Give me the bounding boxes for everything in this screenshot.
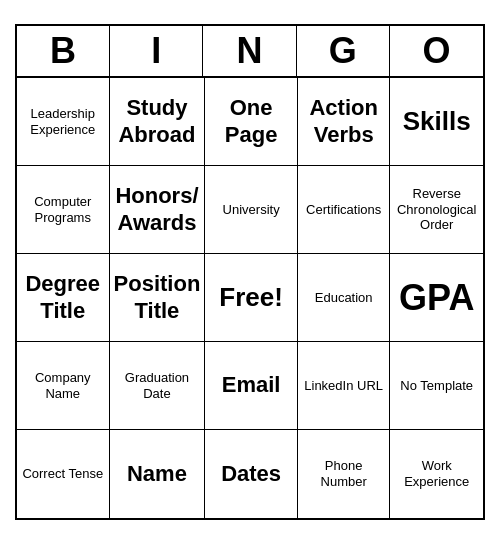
bingo-cell: Correct Tense (17, 430, 110, 518)
header-letter: B (17, 26, 110, 76)
header-letter: O (390, 26, 483, 76)
bingo-cell: LinkedIn URL (298, 342, 391, 430)
bingo-cell: No Template (390, 342, 483, 430)
bingo-cell: Skills (390, 78, 483, 166)
bingo-cell: Email (205, 342, 298, 430)
header-letter: G (297, 26, 390, 76)
bingo-cell: Education (298, 254, 391, 342)
bingo-cell: Position Title (110, 254, 206, 342)
bingo-cell: Reverse Chronological Order (390, 166, 483, 254)
bingo-cell: Study Abroad (110, 78, 206, 166)
bingo-cell: Honors/ Awards (110, 166, 206, 254)
bingo-cell: Free! (205, 254, 298, 342)
bingo-card: BINGO Leadership ExperienceStudy AbroadO… (15, 24, 485, 520)
bingo-cell: Dates (205, 430, 298, 518)
bingo-cell: Leadership Experience (17, 78, 110, 166)
bingo-cell: Phone Number (298, 430, 391, 518)
bingo-header: BINGO (17, 26, 483, 78)
header-letter: I (110, 26, 203, 76)
bingo-cell: One Page (205, 78, 298, 166)
bingo-grid: Leadership ExperienceStudy AbroadOne Pag… (17, 78, 483, 518)
bingo-cell: Work Experience (390, 430, 483, 518)
bingo-cell: Name (110, 430, 206, 518)
bingo-cell: GPA (390, 254, 483, 342)
bingo-cell: Certifications (298, 166, 391, 254)
header-letter: N (203, 26, 296, 76)
bingo-cell: Company Name (17, 342, 110, 430)
bingo-cell: Degree Title (17, 254, 110, 342)
bingo-cell: Computer Programs (17, 166, 110, 254)
bingo-cell: Action Verbs (298, 78, 391, 166)
bingo-cell: University (205, 166, 298, 254)
bingo-cell: Graduation Date (110, 342, 206, 430)
